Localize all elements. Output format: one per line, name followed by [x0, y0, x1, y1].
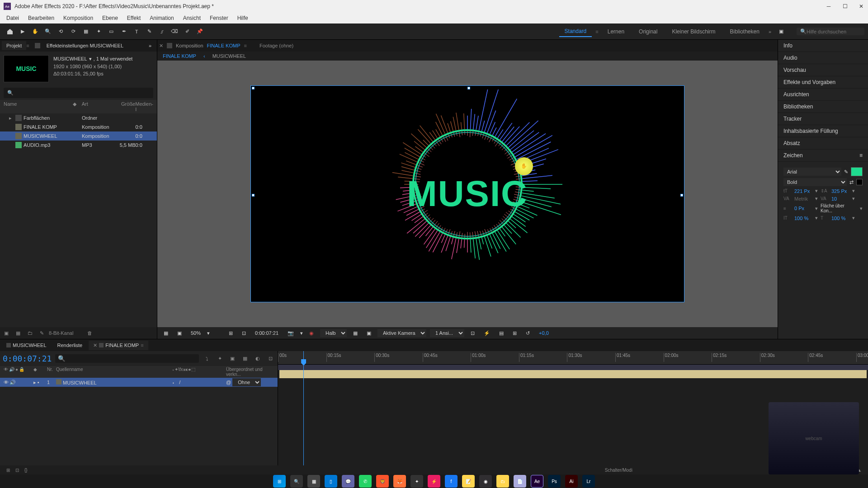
zoom-value[interactable]: 50% — [188, 329, 203, 337]
zoom-tool[interactable]: 🔍 — [42, 26, 54, 38]
maximize-button[interactable]: ☐ — [842, 3, 848, 9]
col-type[interactable]: Art — [82, 101, 113, 112]
timeline-ruler[interactable]: 00s00:15s00:30s00:45s01:00s01:15s01:30s0… — [278, 351, 868, 365]
taskbar-after-effects[interactable]: Ae — [531, 475, 543, 488]
section-effects[interactable]: Effekte und Vorgaben — [778, 76, 868, 89]
brush-tool[interactable]: ✎ — [143, 26, 155, 38]
playhead[interactable] — [303, 351, 304, 465]
search-help[interactable]: 🔍 — [797, 28, 864, 35]
col-tag-icon[interactable]: ◆ — [73, 101, 82, 112]
workspace-toggle-icon[interactable]: ▣ — [775, 26, 787, 38]
layer-expand-icon[interactable]: ▸ ▪ — [33, 380, 47, 385]
camera-dropdown[interactable]: Aktive Kamera — [377, 329, 426, 337]
pen-tool[interactable]: ✒ — [118, 26, 130, 38]
fast-preview-icon[interactable]: ⚡ — [481, 329, 493, 337]
timeline-search-input[interactable] — [58, 355, 196, 362]
rotate-tool[interactable]: ⟳ — [67, 26, 79, 38]
timeline-search[interactable] — [55, 354, 199, 363]
solo-col-icon[interactable]: ● — [15, 367, 18, 377]
taskbar-edge[interactable]: ▯ — [325, 475, 337, 488]
menu-effekt[interactable]: Effekt — [123, 13, 145, 23]
dd-icon[interactable]: ▾ — [815, 188, 818, 194]
views-dropdown[interactable]: 1 Ansi... — [430, 329, 464, 337]
crumb-finale[interactable]: FINALE KOMP — [163, 53, 196, 59]
tab-effect-controls[interactable]: Effekteinstellungen MUSICWHEEL — [42, 41, 128, 50]
reset-exposure-icon[interactable]: ↺ — [523, 329, 533, 337]
draft3d-icon[interactable]: ◐ — [253, 354, 262, 363]
task-view[interactable]: ▦ — [307, 475, 320, 488]
taskbar-whatsapp[interactable]: ✆ — [359, 475, 372, 488]
font-size-value[interactable]: 221 Px — [794, 188, 812, 194]
new-comp-btn[interactable]: ▦ — [14, 329, 23, 337]
section-info[interactable]: Info — [778, 40, 868, 52]
dd-icon[interactable]: ▾ — [852, 215, 855, 221]
comp-tab-name[interactable]: FINALE KOMP — [207, 43, 241, 48]
zoom-dropdown-icon[interactable]: ▾ — [207, 330, 210, 336]
bbox-handle[interactable] — [252, 87, 255, 89]
menu-ebene[interactable]: Ebene — [98, 13, 123, 23]
menu-animation[interactable]: Animation — [145, 13, 178, 23]
start-button[interactable]: ⊞ — [273, 475, 286, 488]
tab-close-icon[interactable]: ✕ — [93, 343, 97, 348]
menu-bearbeiten[interactable]: Bearbeiten — [24, 13, 59, 23]
workspace-menu-icon[interactable]: ≡ — [595, 29, 598, 34]
menu-hilfe[interactable]: Hilfe — [233, 13, 253, 23]
layer-name[interactable]: MUSICWHEEL — [56, 379, 172, 385]
project-row[interactable]: FINALE KOMP Komposition 0:0 — [0, 122, 157, 131]
taskbar-notepad[interactable]: 📄 — [514, 475, 526, 488]
taskbar-app[interactable]: ✦ — [410, 475, 423, 488]
leading-value[interactable]: 325 Px — [831, 188, 849, 194]
workspace-kleiner[interactable]: Kleiner Bildschirm — [666, 27, 721, 37]
section-audio[interactable]: Audio — [778, 52, 868, 64]
work-area-bar[interactable] — [278, 365, 868, 370]
fill-color-swatch[interactable] — [851, 167, 863, 176]
menu-komposition[interactable]: Komposition — [59, 13, 98, 23]
project-thumbnail[interactable]: MUSIC — [4, 55, 49, 82]
tracking-value[interactable]: 10 — [831, 196, 849, 202]
taskbar-facebook[interactable]: f — [445, 475, 458, 488]
graph-editor-icon[interactable]: ▦ — [241, 354, 250, 363]
shape-tool[interactable]: ▭ — [105, 26, 117, 38]
dd-icon[interactable]: ▾ — [852, 188, 855, 194]
taskbar-obs[interactable]: ◉ — [479, 475, 492, 488]
tl-tab-musicwheel[interactable]: MUSICWHEEL — [2, 341, 51, 350]
snap-icon[interactable]: ⊡ — [266, 354, 275, 363]
panel-expand-icon[interactable]: » — [145, 43, 155, 48]
search-help-input[interactable] — [807, 29, 861, 34]
hand-tool[interactable]: ✋ — [29, 26, 41, 38]
col-media[interactable]: Medien-I — [135, 101, 153, 112]
camera-tool[interactable]: ▦ — [80, 26, 92, 38]
layer-switches[interactable]: ⬩ / — [172, 380, 226, 385]
roto-tool[interactable]: ✐ — [181, 26, 193, 38]
shy-icon[interactable]: ⤵ — [203, 354, 212, 363]
puppet-tool[interactable]: 📌 — [194, 26, 206, 38]
anchor-tool[interactable]: ✦ — [93, 26, 104, 38]
section-character[interactable]: Zeichen ≡ — [778, 150, 868, 162]
selection-tool[interactable]: ▶ — [17, 26, 28, 38]
comp-menu-icon[interactable]: ≡ — [244, 43, 247, 48]
toggle-modes-icon[interactable]: ⊡ — [13, 468, 22, 473]
eyedropper-icon[interactable]: ✎ — [844, 169, 848, 175]
bit-depth[interactable]: 8-Bit-Kanal — [49, 330, 73, 336]
menu-datei[interactable]: Datei — [2, 13, 24, 23]
eraser-tool[interactable]: ⌫ — [169, 26, 180, 38]
toggle-switches-icon[interactable]: ⊞ — [4, 468, 13, 473]
nr-col[interactable]: Nr. — [47, 367, 56, 377]
taskbar-illustrator[interactable]: Ai — [565, 475, 578, 488]
taskbar-search[interactable]: 🔍 — [290, 475, 303, 488]
project-row[interactable]: ▸ Farbflächen Ordner — [0, 113, 157, 122]
toggle-in-out-icon[interactable]: {} — [22, 468, 30, 473]
comp-close-icon[interactable]: ✕ — [159, 43, 163, 49]
roi-icon[interactable]: ▦ — [350, 329, 360, 337]
workspace-original[interactable]: Original — [633, 27, 663, 37]
comp-canvas[interactable]: MUSIC ✋ — [250, 85, 684, 302]
adjust-btn[interactable]: ✎ — [37, 329, 46, 337]
snapshot-icon[interactable]: 📷 — [285, 329, 297, 337]
panel-menu-icon[interactable]: ≡ — [859, 152, 863, 159]
tab-menu-icon[interactable]: ≡ — [141, 343, 143, 348]
lock-col-icon[interactable]: 🔒 — [19, 367, 24, 377]
taskbar-photoshop[interactable]: Ps — [548, 475, 561, 488]
channel-icon[interactable]: ◉ — [307, 329, 316, 337]
timeline-icon[interactable]: ▤ — [496, 329, 506, 337]
name-col[interactable]: Quellenname — [56, 367, 172, 377]
